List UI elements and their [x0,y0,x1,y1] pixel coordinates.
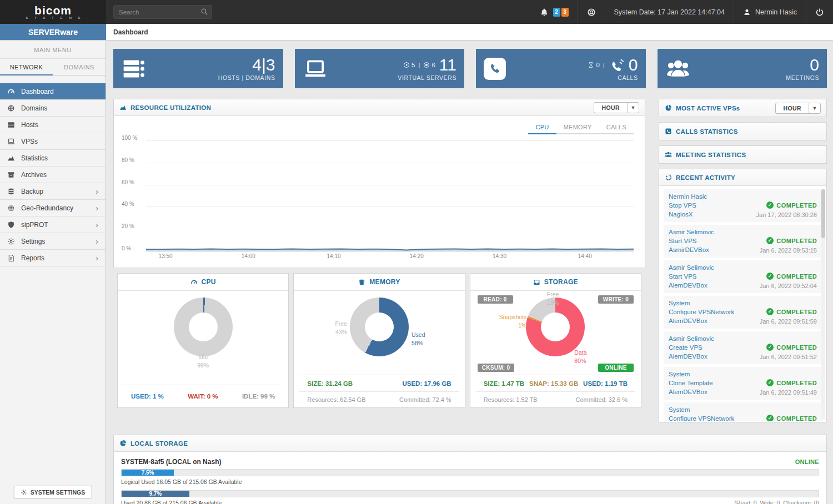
activity-item[interactable]: Asmir SelimovicStart VPSAsmirDEVBox✓COMP… [664,225,822,258]
donut-hole [541,313,570,341]
main-content: 4|3 HOSTS | DOMAINS 5 | 6 11 [106,41,833,504]
sidebar-item-geo-redundancy[interactable]: Geo-Redundancy› [0,200,106,216]
search-icon[interactable] [200,8,208,16]
support-button[interactable] [578,0,605,24]
calls-statistics-header[interactable]: CALLS STATISTICS [659,123,826,140]
y-axis-label: 80 % [122,157,144,163]
subbar: SERVERware Dashboard [0,24,833,41]
stat-card-meetings[interactable]: 0 MEETINGS [658,49,827,88]
database-icon [7,188,15,195]
sidebar-item-backup[interactable]: Backup› [0,183,106,200]
donut-label: Snapshots1% [499,313,527,330]
sidebar-item-reports[interactable]: Reports› [0,250,106,266]
sidebar-item-hosts[interactable]: Hosts [0,117,106,133]
activity-status-label: COMPLETED [776,344,817,351]
meeting-statistics-header[interactable]: MEETING STATISTICS [659,146,826,163]
activity-item[interactable]: SystemClone TemplateAlemDEVBox✓COMPLETED… [664,367,822,400]
calls-value: 0 [629,57,638,73]
y-axis-label: 60 % [122,179,144,185]
sidebar-item-label: VPSs [21,138,38,145]
chart-tab-memory[interactable]: MEMORY [556,122,599,134]
vps-period-dropdown[interactable]: HOUR ▼ [775,103,821,114]
dashboard-icon [7,88,15,95]
storage-card-title: STORAGE [544,278,578,286]
divider: | [603,62,605,68]
storage-substats: Resources: 1.52 TBCommitted: 32.6 % [476,391,635,407]
sidebar-item-settings[interactable]: Settings› [0,233,106,250]
meetings-label: MEETINGS [786,74,819,81]
history-icon [665,174,672,181]
laptop-icon [303,57,328,80]
sidebar-item-domains[interactable]: Domains [0,100,106,117]
activity-datetime: Jan 17, 2022 08:30:26 [756,211,817,218]
activity-status: ✓COMPLETED [766,308,817,315]
donut-label: Data80% [574,349,586,365]
user-menu[interactable]: Nermin Hasic [734,0,806,24]
stat-card-virtual-servers[interactable]: 5 | 6 11 VIRTUAL SERVERS [295,49,465,88]
sidebar-tab-domains[interactable]: DOMAINS [53,59,106,75]
storage-badge-online: ONLINE [598,364,634,372]
report-icon [7,254,15,262]
search-input[interactable] [113,5,212,19]
sidebar-item-dashboard[interactable]: Dashboard [0,83,106,100]
logical-used-fill: 7.5% [122,470,174,476]
chart-tab-calls[interactable]: CALLS [599,122,634,134]
storage-badge-cksum-0: CKSUM: 0 [478,364,515,372]
resource-period-value[interactable]: HOUR [594,103,627,113]
most-active-vps-header[interactable]: MOST ACTIVE VPSs HOUR ▼ [659,99,826,117]
x-axis: 13:5014:0014:1014:2014:3014:40 [146,251,634,261]
sidebar-item-vpss[interactable]: VPSs [0,133,106,150]
recent-activity-header[interactable]: RECENT ACTIVITY [659,169,826,186]
resource-period-dropdown[interactable]: HOUR ▼ [594,102,639,113]
logo-text: bicom [34,5,72,16]
y-axis-label: 20 % [122,223,144,229]
donut-stat: USED: 1.19 TB [583,380,628,387]
donut-hole [365,313,394,341]
check-circle-icon: ✓ [766,344,774,351]
activity-item[interactable]: SystemConfigure VPSNetworkAsmirDEVBox✓CO… [664,402,822,421]
sidebar-tab-network[interactable]: NETWORK [0,59,53,75]
vps-period-value[interactable]: HOUR [776,103,809,113]
resource-utilization-title: RESOURCE UTILIZATION [131,104,211,111]
topbar: bicom S Y S T E M S 23 System Date: 17 J… [0,0,833,24]
meeting-users-icon [665,151,672,158]
activity-item[interactable]: Asmir SelimovicStart VPSAlemDEVBox✓COMPL… [664,260,822,293]
x-axis-label: 14:00 [242,253,255,259]
chart-tab-cpu[interactable]: CPU [528,122,556,134]
stat-card-hosts-domains[interactable]: 4|3 HOSTS | DOMAINS [113,49,283,88]
power-icon [815,8,824,17]
caret-down-icon[interactable]: ▼ [627,103,639,113]
activity-item[interactable]: SystemConfigure VPSNetworkAlemDEVBox✓COM… [664,296,822,329]
memory-icon [358,279,365,286]
bicom-logo: bicom S Y S T E M S [0,0,106,24]
memory-stats: SIZE: 31.24 GBUSED: 17.96 GB [299,375,459,391]
scrollbar-thumb[interactable] [821,189,825,238]
used-bar: 9.7% [121,490,819,497]
activity-item[interactable]: Asmir SelimovicCreate VPSAlemDEVBox✓COMP… [664,331,822,364]
activity-datetime: Jan 6, 2022 09:52:04 [760,283,817,289]
user-icon [743,8,751,16]
logout-button[interactable] [806,0,833,24]
sidebar-item-sipprot[interactable]: sipPROT› [0,216,106,233]
sidebar-item-label: Domains [21,104,47,112]
notifications-button[interactable]: 23 [531,0,578,24]
notification-badge-primary: 2 [553,8,560,17]
sidebar-item-archives[interactable]: Archives [0,167,106,183]
activity-status-label: COMPLETED [776,309,817,315]
donut-substat: Committed: 32.6 % [575,396,628,403]
archive-icon [7,171,15,179]
stat-card-calls[interactable]: 0 | 0 CALLS [476,49,646,88]
activity-status-label: COMPLETED [776,380,817,386]
activity-item[interactable]: Nermin HasicStop VPSNagiosX✓COMPLETEDJan… [664,189,822,222]
phone-ring-icon [610,58,625,72]
caret-down-icon[interactable]: ▼ [809,103,820,113]
memory-card-title: MEMORY [369,278,400,286]
storage-stats: SIZE: 1.47 TBSNAP: 15.33 GBUSED: 1.19 TB [476,375,635,391]
activity-user: Asmir Selimovic [669,263,817,272]
system-settings-button[interactable]: SYSTEM SETTINGS [14,486,92,499]
x-axis-label: 14:10 [327,253,341,259]
system-settings-label: SYSTEM SETTINGS [31,489,86,496]
activity-datetime: Jan 6, 2022 09:51:49 [760,389,817,396]
y-axis-label: 100 % [122,135,144,141]
sidebar-item-statistics[interactable]: Statistics [0,150,106,167]
